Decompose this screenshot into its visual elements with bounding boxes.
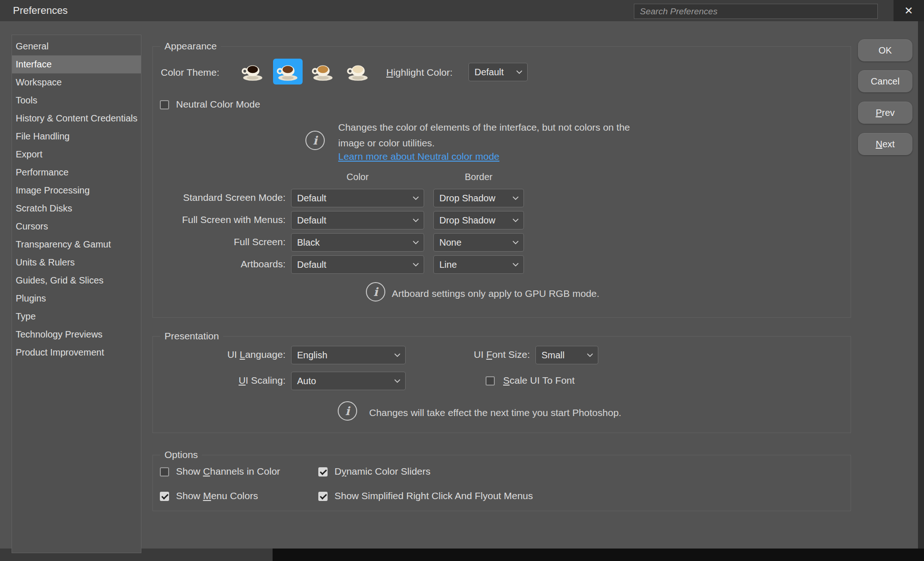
info-icon: i <box>366 282 385 302</box>
sidebar-item-file-handling[interactable]: File Handling <box>12 127 141 145</box>
scale-ui-to-font-checkbox[interactable] <box>486 376 495 386</box>
preferences-sidebar: General Interface Workspace Tools Histor… <box>12 35 141 553</box>
full-screen-label: Full Screen: <box>153 236 286 247</box>
full-screen-with-menus-border-select[interactable]: Drop Shadow <box>433 211 524 229</box>
sidebar-item-tools[interactable]: Tools <box>12 91 141 109</box>
artboards-border-select[interactable]: Line <box>433 255 524 274</box>
sidebar-item-interface[interactable]: Interface <box>12 55 141 73</box>
color-theme-swatch-darkest[interactable] <box>238 59 267 84</box>
sidebar-item-performance[interactable]: Performance <box>12 163 141 181</box>
chevron-down-icon <box>394 379 401 383</box>
ui-language-select[interactable]: English <box>291 346 406 364</box>
chevron-down-icon <box>512 218 519 222</box>
cancel-button[interactable]: Cancel <box>858 70 912 92</box>
sidebar-item-export[interactable]: Export <box>12 145 141 163</box>
full-screen-border-select[interactable]: None <box>433 233 524 252</box>
options-legend: Options <box>160 449 202 460</box>
ui-font-size-select[interactable]: Small <box>535 346 598 364</box>
sidebar-item-transparency-gamut[interactable]: Transparency & Gamut <box>12 235 141 253</box>
options-group: Options Show Channels in Color Dynamic C… <box>152 455 851 511</box>
standard-screen-mode-border-select[interactable]: Drop Shadow <box>433 189 524 207</box>
ok-button[interactable]: OK <box>858 39 912 61</box>
appearance-group: Appearance Color Theme: <box>152 46 851 318</box>
neutral-info-text: Changes the color of elements of the int… <box>338 120 699 151</box>
coffee-cup-icon <box>240 61 265 82</box>
info-icon: i <box>305 131 325 150</box>
highlight-color-select[interactable]: Default <box>468 63 528 81</box>
search-preferences-input[interactable] <box>634 4 878 19</box>
coffee-cup-icon <box>275 61 300 82</box>
color-theme-swatch-dark[interactable] <box>273 59 303 84</box>
info-icon: i <box>338 401 357 421</box>
show-simplified-right-click-label: Show Simplified Right Click And Flyout M… <box>334 490 533 501</box>
ui-scaling-label: UI Scaling: <box>153 375 286 386</box>
full-screen-with-menus-color-select[interactable]: Default <box>291 211 424 229</box>
close-icon[interactable]: ✕ <box>894 0 924 21</box>
chevron-down-icon <box>516 70 523 74</box>
dynamic-color-sliders-label: Dynamic Color Sliders <box>334 466 431 477</box>
sidebar-item-product-improvement[interactable]: Product Improvement <box>12 344 141 362</box>
artboards-color-select[interactable]: Default <box>291 255 424 274</box>
sidebar-item-guides-grid-slices[interactable]: Guides, Grid & Slices <box>12 271 141 290</box>
dialog-title: Preferences <box>13 5 68 17</box>
show-channels-in-color-label: Show Channels in Color <box>176 466 280 477</box>
color-theme-swatch-light[interactable] <box>343 59 373 84</box>
chevron-down-icon <box>413 241 419 244</box>
select-value: Black <box>297 237 320 248</box>
preferences-dialog: Adjustments Presets Preferences ✕ Genera… <box>0 0 924 561</box>
coffee-cup-icon <box>310 61 335 82</box>
show-simplified-right-click-checkbox[interactable] <box>318 492 328 501</box>
select-value: Default <box>297 259 326 270</box>
artboards-label: Artboards: <box>153 259 286 270</box>
select-value: Default <box>297 193 326 204</box>
full-screen-color-select[interactable]: Black <box>291 233 424 252</box>
dynamic-color-sliders-checkbox[interactable] <box>318 467 328 477</box>
chevron-down-icon <box>394 353 401 357</box>
sidebar-item-plugins[interactable]: Plugins <box>12 290 141 308</box>
next-button[interactable]: Next <box>858 133 912 155</box>
select-value: English <box>297 350 328 361</box>
select-value: Default <box>297 215 326 226</box>
sidebar-item-scratch-disks[interactable]: Scratch Disks <box>12 199 141 217</box>
chevron-down-icon <box>587 353 593 357</box>
border-column-header: Border <box>433 172 524 182</box>
chevron-down-icon <box>512 196 519 200</box>
sidebar-item-units-rulers[interactable]: Units & Rulers <box>12 253 141 271</box>
show-channels-in-color-checkbox[interactable] <box>160 467 169 477</box>
presentation-legend: Presentation <box>160 331 223 342</box>
ui-scaling-select[interactable]: Auto <box>291 372 406 390</box>
artboards-info-text: Artboard settings only apply to GPU RGB … <box>392 286 599 302</box>
chevron-down-icon <box>413 263 419 266</box>
sidebar-item-workspace[interactable]: Workspace <box>12 73 141 91</box>
sidebar-item-general[interactable]: General <box>12 37 141 55</box>
highlight-color-label: Highlight Color: <box>386 67 453 78</box>
show-menu-colors-checkbox[interactable] <box>160 492 169 501</box>
select-value: Default <box>474 67 504 78</box>
show-menu-colors-label: Show Menu Colors <box>176 490 258 501</box>
neutral-color-mode-checkbox[interactable] <box>160 100 169 109</box>
neutral-color-mode-label: Neutral Color Mode <box>176 99 260 110</box>
color-theme-label: Color Theme: <box>161 67 219 78</box>
color-column-header: Color <box>291 172 424 182</box>
select-value: Drop Shadow <box>439 193 495 204</box>
sidebar-item-cursors[interactable]: Cursors <box>12 217 141 235</box>
sidebar-item-type[interactable]: Type <box>12 308 141 326</box>
sidebar-item-image-processing[interactable]: Image Processing <box>12 181 141 199</box>
select-value: Line <box>439 259 457 270</box>
presentation-group: Presentation UI Language: English UI Fon… <box>152 336 851 433</box>
standard-screen-mode-color-select[interactable]: Default <box>291 189 424 207</box>
select-value: Small <box>541 350 565 361</box>
select-value: Auto <box>297 376 316 386</box>
sidebar-item-history-content-credentials[interactable]: History & Content Credentials <box>12 109 141 127</box>
sidebar-item-technology-previews[interactable]: Technology Previews <box>12 326 141 344</box>
chevron-down-icon <box>413 218 419 222</box>
prev-button[interactable]: Prev <box>858 102 912 124</box>
ui-language-label: UI Language: <box>153 349 286 360</box>
learn-more-neutral-link[interactable]: Learn more about Neutral color mode <box>338 151 499 162</box>
color-theme-swatch-medium[interactable] <box>308 59 338 84</box>
scale-ui-to-font-label: Scale UI To Font <box>503 375 575 386</box>
restart-info-text: Changes will take effect the next time y… <box>369 405 621 421</box>
chevron-down-icon <box>413 196 419 200</box>
title-bar: Preferences ✕ <box>0 0 924 21</box>
chevron-down-icon <box>512 263 519 266</box>
